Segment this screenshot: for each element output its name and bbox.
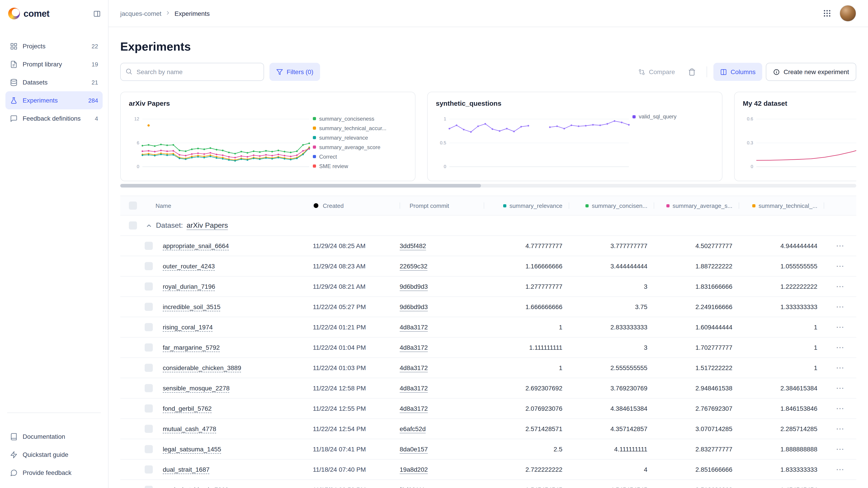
experiment-row[interactable]: outer_router_424311/29/24 08:23 AM22659c… — [120, 256, 856, 276]
experiment-name-link[interactable]: mutual_cash_4778 — [163, 425, 216, 432]
row-checkbox[interactable] — [145, 404, 153, 413]
group-checkbox[interactable] — [129, 221, 137, 230]
row-actions-button[interactable]: ⋯ — [832, 484, 848, 488]
experiment-name-link[interactable]: legal_satsuma_1455 — [163, 446, 221, 453]
row-checkbox[interactable] — [145, 344, 153, 352]
row-checkbox[interactable] — [145, 262, 153, 270]
columns-button[interactable]: Columns — [713, 63, 763, 81]
experiment-name-link[interactable]: royal_durian_7196 — [163, 283, 215, 290]
row-checkbox[interactable] — [145, 364, 153, 372]
column-header-summary_conciseness[interactable]: summary_concisen... — [569, 196, 654, 215]
row-actions-button[interactable]: ⋯ — [832, 321, 848, 333]
experiment-row[interactable]: ready_hatchback_726811/17/24 03:53 PMf2d… — [120, 480, 856, 488]
row-actions-button[interactable]: ⋯ — [832, 260, 848, 272]
prompt-commit-link[interactable]: 9d6bd9d3 — [400, 303, 428, 311]
row-actions-button[interactable]: ⋯ — [832, 423, 848, 435]
create-experiment-button[interactable]: Create new experiment — [766, 63, 857, 81]
row-checkbox[interactable] — [145, 283, 153, 291]
experiment-row[interactable]: mutual_cash_477811/22/24 12:54 PMe6afc52… — [120, 419, 856, 439]
sidebar-item-documentation[interactable]: Documentation — [5, 427, 103, 446]
prompt-commit-link[interactable]: 4d8a3172 — [400, 324, 428, 331]
charts-scrollbar-thumb[interactable] — [120, 184, 481, 188]
prompt-commit-link[interactable]: 4d8a3172 — [400, 405, 428, 412]
row-checkbox[interactable] — [145, 303, 153, 311]
prompt-commit-link[interactable]: 4d8a3172 — [400, 344, 428, 351]
sidebar-item-quickstart-guide[interactable]: Quickstart guide — [5, 446, 103, 464]
row-actions-button[interactable]: ⋯ — [832, 443, 848, 455]
row-checkbox[interactable] — [145, 465, 153, 474]
experiment-row[interactable]: considerable_chicken_388911/22/24 01:03 … — [120, 358, 856, 378]
row-actions-button[interactable]: ⋯ — [832, 464, 848, 475]
experiment-name-link[interactable]: rising_coral_1974 — [163, 324, 213, 331]
row-checkbox[interactable] — [145, 425, 153, 433]
prompt-commit-link[interactable]: f2d98111 — [400, 486, 425, 488]
row-actions-button[interactable]: ⋯ — [832, 240, 848, 252]
row-actions-button[interactable]: ⋯ — [832, 362, 848, 374]
chart-card[interactable]: arXiv Papers0612summary_concisenesssumma… — [120, 92, 415, 181]
experiment-row[interactable]: far_margarine_579211/22/24 01:04 PM4d8a3… — [120, 337, 856, 358]
experiment-row[interactable]: sensible_mosque_227811/22/24 12:58 PM4d8… — [120, 378, 856, 398]
prompt-commit-link[interactable]: 4d8a3172 — [400, 385, 428, 392]
prompt-commit-link[interactable]: 22659c32 — [400, 263, 428, 270]
row-checkbox[interactable] — [145, 323, 153, 331]
sidebar-collapse-icon[interactable] — [93, 10, 101, 18]
column-header-summary_average_score[interactable]: summary_average_s... — [654, 196, 739, 215]
row-actions-button[interactable]: ⋯ — [832, 402, 848, 414]
dataset-group-link[interactable]: arXiv Papers — [186, 221, 228, 230]
row-checkbox[interactable] — [145, 486, 153, 488]
compare-button[interactable]: Compare — [634, 63, 680, 81]
chart-card[interactable]: My 42 dataset00.30.6 — [734, 92, 856, 181]
sidebar-item-feedback-definitions[interactable]: Feedback definitions4 — [5, 109, 103, 127]
column-header-summary_relevance[interactable]: summary_relevance — [484, 196, 569, 215]
experiment-name-link[interactable]: incredible_soil_3515 — [163, 303, 220, 311]
experiment-row[interactable]: fond_gerbil_576211/22/24 12:55 PM4d8a317… — [120, 398, 856, 419]
experiment-name-link[interactable]: appropriate_snail_6664 — [163, 242, 229, 250]
row-actions-button[interactable]: ⋯ — [832, 301, 848, 313]
apps-grid-icon[interactable] — [823, 9, 831, 18]
prompt-commit-link[interactable]: 3dd5f482 — [400, 242, 426, 250]
sidebar-item-experiments[interactable]: Experiments284 — [5, 91, 103, 109]
prompt-commit-link[interactable]: 8da0e157 — [400, 446, 428, 453]
prompt-commit-link[interactable]: 4d8a3172 — [400, 364, 428, 371]
column-header-created[interactable]: Created — [313, 196, 400, 215]
delete-button[interactable] — [683, 63, 700, 81]
prompt-commit-link[interactable]: 19a8d202 — [400, 466, 428, 473]
experiment-row[interactable]: incredible_soil_351511/22/24 05:27 PM9d6… — [120, 297, 856, 317]
sidebar-item-datasets[interactable]: Datasets21 — [5, 73, 103, 91]
breadcrumb-workspace[interactable]: jacques-comet — [120, 10, 161, 17]
column-header-commit[interactable]: Prompt commit — [400, 196, 484, 215]
row-actions-button[interactable]: ⋯ — [832, 382, 848, 394]
row-checkbox[interactable] — [145, 445, 153, 453]
filters-button[interactable]: Filters (0) — [270, 63, 320, 81]
charts-scrollbar[interactable] — [120, 184, 856, 188]
dataset-group-row[interactable]: Dataset:arXiv Papers — [120, 216, 856, 236]
sidebar-item-projects[interactable]: Projects22 — [5, 37, 103, 55]
prompt-commit-link[interactable]: e6afc52d — [400, 425, 426, 432]
column-header-summary_technical_accuracy[interactable]: summary_technical_... — [739, 196, 824, 215]
experiment-row[interactable]: royal_durian_719611/29/24 08:21 AM9d6bd9… — [120, 276, 856, 297]
experiment-name-link[interactable]: sensible_mosque_2278 — [163, 385, 230, 392]
column-header-name[interactable]: Name — [146, 196, 313, 215]
legend-item: summary_relevance — [313, 134, 407, 141]
row-actions-button[interactable]: ⋯ — [832, 281, 848, 292]
row-checkbox[interactable] — [145, 384, 153, 392]
experiment-name-link[interactable]: outer_router_4243 — [163, 263, 215, 270]
experiment-name-link[interactable]: considerable_chicken_3889 — [163, 364, 241, 371]
sidebar-item-prompt-library[interactable]: Prompt library19 — [5, 55, 103, 73]
experiment-name-link[interactable]: far_margarine_5792 — [163, 344, 220, 351]
experiment-name-link[interactable]: fond_gerbil_5762 — [163, 405, 212, 412]
select-all-checkbox[interactable] — [129, 201, 137, 210]
experiment-name-link[interactable]: dual_strait_1687 — [163, 466, 210, 473]
user-avatar[interactable] — [839, 5, 856, 22]
prompt-commit-link[interactable]: 9d6bd9d3 — [400, 283, 428, 290]
chart-card[interactable]: synthetic_questions00.51valid_sql_query — [427, 92, 722, 181]
sidebar-item-provide-feedback[interactable]: Provide feedback — [5, 464, 103, 482]
experiment-row[interactable]: legal_satsuma_145511/18/24 07:41 PM8da0e… — [120, 439, 856, 459]
experiment-row[interactable]: rising_coral_197411/22/24 01:21 PM4d8a31… — [120, 317, 856, 337]
search-input[interactable] — [120, 63, 264, 81]
experiment-row[interactable]: appropriate_snail_666411/29/24 08:25 AM3… — [120, 236, 856, 256]
experiment-row[interactable]: dual_strait_168711/18/24 07:40 PM19a8d20… — [120, 459, 856, 480]
row-actions-button[interactable]: ⋯ — [832, 341, 848, 353]
row-checkbox[interactable] — [145, 242, 153, 250]
experiment-name-link[interactable]: ready_hatchback_7268 — [163, 486, 228, 488]
